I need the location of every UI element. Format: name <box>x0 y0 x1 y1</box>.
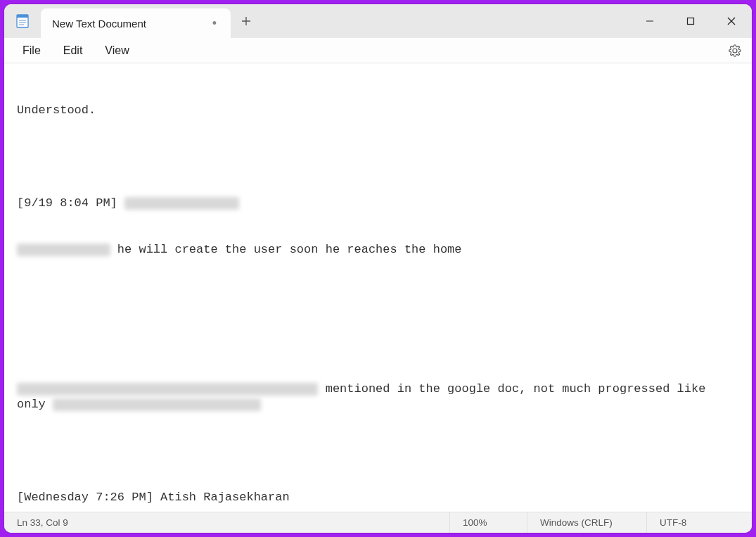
document-tab[interactable]: New Text Document • <box>41 8 231 38</box>
plus-icon <box>241 16 251 26</box>
redacted-text: XXXXXXXXXXXXXXXXXXXXXXXXXXXXXXXXXXXXXXXX… <box>17 383 318 396</box>
text-line <box>17 149 739 165</box>
redacted-text: XXXXXXXXXXXXX <box>17 244 110 256</box>
menubar: File Edit View <box>4 38 752 63</box>
menu-edit[interactable]: Edit <box>52 40 94 61</box>
notepad-app-icon <box>14 13 31 30</box>
close-icon <box>727 17 736 25</box>
svg-rect-1 <box>17 15 28 18</box>
settings-button[interactable] <box>725 41 745 61</box>
text-line: Understood. <box>17 103 739 118</box>
titlebar: New Text Document • <box>4 4 752 38</box>
status-line-ending[interactable]: Windows (CRLF) <box>527 512 646 533</box>
status-zoom[interactable]: 100% <box>449 512 527 533</box>
window-controls <box>629 4 752 38</box>
tab-title: New Text Document <box>52 18 205 30</box>
maximize-icon <box>686 17 695 25</box>
text-line: XXXXXXXXXXXXX he will create the user so… <box>17 242 739 258</box>
menu-file[interactable]: File <box>11 40 52 61</box>
new-tab-button[interactable] <box>231 4 262 38</box>
text-line: [Wednesday 7:26 PM] Atish Rajasekharan <box>17 490 739 505</box>
notepad-window: New Text Document • File <box>4 4 752 533</box>
status-encoding[interactable]: UTF-8 <box>646 512 752 533</box>
minimize-button[interactable] <box>629 4 670 38</box>
text-line: [9/19 8:04 PM] XXXXXXXXXXXXXXXX <box>17 196 739 211</box>
text-line: XXXXXXXXXXXXXXXXXXXXXXXXXXXXXXXXXXXXXXXX… <box>17 381 739 412</box>
menu-view[interactable]: View <box>94 40 140 61</box>
svg-rect-8 <box>688 18 694 25</box>
close-button[interactable] <box>711 4 752 38</box>
text-line <box>17 335 739 350</box>
text-line <box>17 443 739 459</box>
minimize-icon <box>646 17 654 25</box>
redacted-text: XXXXXXXXXXXXXXXX <box>124 197 239 210</box>
text-line <box>17 289 739 304</box>
status-cursor-position: Ln 33, Col 9 <box>4 512 81 533</box>
redacted-text: XXXXXXXXXXXXXXXXXXXXXXXXXXXXX <box>53 398 261 411</box>
text-editor[interactable]: Understood. [9/19 8:04 PM] XXXXXXXXXXXXX… <box>4 63 752 512</box>
statusbar: Ln 33, Col 9 100% Windows (CRLF) UTF-8 <box>4 512 752 533</box>
maximize-button[interactable] <box>670 4 711 38</box>
tab-dirty-indicator: • <box>212 16 217 31</box>
gear-icon <box>729 44 741 57</box>
